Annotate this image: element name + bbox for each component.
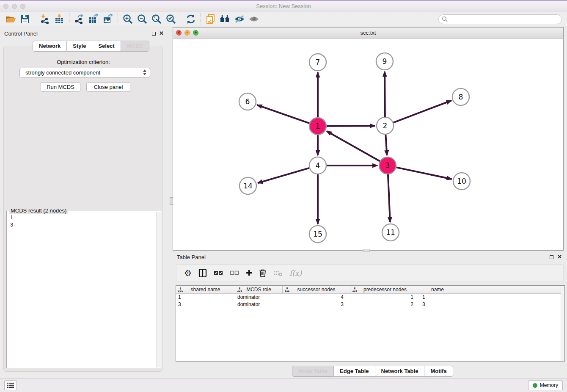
hide-selected-icon[interactable] [232, 13, 247, 25]
network-view-window: ✕ − + scc.txt 7968124314101511 [173, 27, 564, 251]
graph-edge-2-9[interactable] [385, 72, 385, 117]
cell-predecessor-nodes[interactable]: 1 [350, 294, 420, 301]
cell-mcds-role[interactable]: dominator [235, 301, 283, 308]
graph-node-11[interactable]: 11 [382, 224, 399, 241]
graph-node-15[interactable]: 15 [309, 226, 326, 243]
graph-node-1[interactable]: 1 [309, 118, 326, 135]
run-mcds-button[interactable]: Run MCDS [41, 82, 80, 92]
table-row[interactable]: 1 dominator 4 1 1 [176, 294, 564, 301]
float-panel-icon[interactable] [152, 32, 156, 36]
column-header-mcds-role[interactable]: MCDS role [235, 286, 283, 293]
cell-shared-name[interactable]: 3 [176, 301, 235, 308]
column-header-shared-name[interactable]: shared name [176, 286, 235, 293]
close-panel-icon[interactable]: ✕ [557, 254, 562, 260]
graph-node-7[interactable]: 7 [309, 54, 326, 71]
graph-node-2[interactable]: 2 [377, 117, 394, 134]
graph-node-8[interactable]: 8 [452, 88, 469, 105]
graph-edge-3-1[interactable] [327, 131, 380, 161]
table-toolbar: ⚙ ✚ f(x) [176, 264, 564, 282]
svg-text:2: 2 [383, 121, 388, 130]
split-column-icon[interactable] [198, 269, 207, 277]
graph-node-14[interactable]: 14 [239, 177, 256, 194]
scrollbar[interactable] [156, 212, 161, 367]
cell-mcds-role[interactable]: dominator [235, 294, 283, 301]
graph-edge-1-2[interactable] [327, 126, 375, 126]
tab-node-table[interactable]: Node Table [292, 366, 334, 377]
column-header-name[interactable]: name [420, 286, 455, 293]
zoom-fit-icon[interactable] [149, 13, 164, 25]
deselect-all-icon[interactable] [230, 270, 239, 276]
zoom-selected-icon[interactable] [164, 13, 178, 25]
cell-name[interactable]: 3 [420, 301, 455, 308]
tab-network[interactable]: Network [33, 41, 67, 52]
toolbar-separator [69, 13, 69, 25]
export-network-icon[interactable] [72, 13, 86, 25]
graph-edge-3-10[interactable] [396, 167, 452, 179]
graph-edge-2-3[interactable] [385, 135, 387, 155]
cell-successor-nodes[interactable]: 4 [283, 294, 350, 301]
tab-mcds[interactable]: MCDS [121, 41, 149, 52]
network-view-titlebar: ✕ − + scc.txt [173, 28, 563, 39]
task-history-button[interactable] [4, 380, 17, 390]
close-panel-button[interactable]: Close panel [86, 82, 130, 92]
cell-successor-nodes[interactable]: 3 [283, 301, 350, 308]
save-session-icon[interactable] [18, 13, 32, 25]
import-network-icon[interactable] [38, 13, 52, 25]
graph-node-9[interactable]: 9 [376, 53, 393, 70]
graph-edge-1-6[interactable] [257, 105, 310, 123]
first-neighbors-icon[interactable] [218, 13, 232, 25]
function-builder-icon: f(x) [289, 269, 302, 277]
export-image-icon[interactable] [101, 13, 115, 25]
graph-node-6[interactable]: 6 [239, 93, 256, 110]
graph-edge-3-11[interactable] [388, 174, 390, 222]
zoom-in-icon[interactable] [121, 13, 135, 25]
graph-edge-2-8[interactable] [394, 101, 451, 123]
graph-node-10[interactable]: 10 [453, 173, 470, 190]
close-panel-icon[interactable]: ✕ [159, 30, 164, 36]
memory-button[interactable]: Memory [528, 380, 563, 390]
svg-text:3: 3 [385, 161, 390, 170]
scrollbar[interactable] [561, 286, 564, 361]
tab-edge-table[interactable]: Edge Table [334, 366, 375, 377]
cell-shared-name[interactable]: 1 [176, 294, 235, 301]
search-input[interactable] [438, 14, 562, 24]
network-view-title: scc.txt [173, 30, 563, 36]
export-table-icon[interactable] [86, 13, 101, 25]
open-folder-icon[interactable] [3, 13, 18, 25]
splitter-handle[interactable] [170, 197, 173, 205]
import-table-icon[interactable] [52, 13, 66, 25]
tab-network-table[interactable]: Network Table [375, 366, 425, 377]
cell-name[interactable]: 1 [420, 294, 455, 301]
control-panel-tabs: Network Style Select MCDS [33, 41, 149, 52]
table-row[interactable]: 3 dominator 3 2 3 [176, 301, 564, 308]
float-panel-icon[interactable] [550, 255, 553, 259]
table-panel: Table Panel ✕ ⚙ ✚ f(x) shared name [173, 252, 567, 367]
cell-predecessor-nodes[interactable]: 2 [350, 301, 420, 308]
table-options-icon[interactable]: ⚙ [184, 269, 192, 277]
column-header-successor-nodes[interactable]: successor nodes [283, 286, 350, 293]
column-header-label: shared name [190, 287, 220, 293]
svg-text:7: 7 [316, 58, 320, 66]
tab-select[interactable]: Select [92, 41, 121, 52]
graph-edge-4-14[interactable] [258, 168, 309, 183]
add-column-icon[interactable]: ✚ [246, 269, 252, 277]
optimization-select-value: strongly connected component [25, 69, 100, 76]
select-all-icon[interactable] [214, 270, 223, 276]
splitter-handle[interactable] [363, 249, 370, 252]
toolbar-separator [118, 13, 118, 25]
svg-text:8: 8 [459, 93, 463, 101]
tab-style[interactable]: Style [67, 41, 92, 52]
network-canvas[interactable]: 7968124314101511 [173, 39, 563, 250]
zoom-out-icon[interactable] [135, 13, 149, 25]
clone-network-icon[interactable] [204, 13, 218, 25]
column-header-predecessor-nodes[interactable]: predecessor nodes [350, 286, 420, 293]
refresh-layout-icon[interactable] [184, 13, 198, 25]
graph-node-4[interactable]: 4 [309, 157, 326, 174]
search-field [438, 14, 562, 24]
svg-text:10: 10 [457, 177, 466, 185]
delete-column-icon[interactable] [259, 269, 267, 277]
graph-node-3[interactable]: 3 [379, 157, 396, 174]
tab-motifs[interactable]: Motifs [424, 366, 453, 377]
show-all-icon[interactable] [247, 13, 261, 25]
optimization-select[interactable]: strongly connected component [19, 68, 150, 77]
